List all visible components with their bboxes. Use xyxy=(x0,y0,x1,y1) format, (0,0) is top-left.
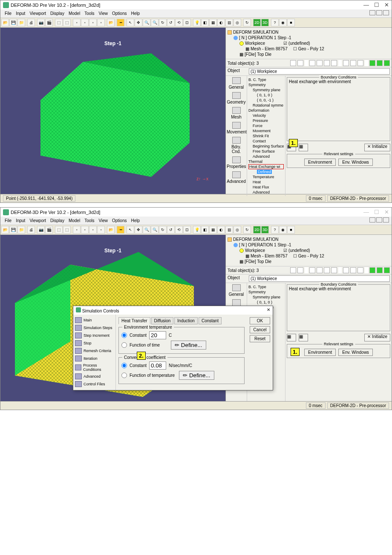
tb-render3-icon[interactable]: ◐ xyxy=(217,19,225,26)
tb-zoom-out-icon[interactable]: 🔍 xyxy=(151,19,159,26)
menu-options[interactable]: Options xyxy=(110,10,128,17)
tb-fit-icon[interactable]: ⊡ xyxy=(183,226,191,234)
mdi-minimize[interactable] xyxy=(369,217,375,223)
tb-stop-icon[interactable]: ■ xyxy=(287,226,295,234)
cat-general[interactable]: General xyxy=(227,284,246,297)
menu-view[interactable]: View xyxy=(97,217,110,224)
tb-rotate2-icon[interactable]: ↺ xyxy=(167,226,175,234)
tb-zoom-in-icon[interactable]: 🔍 xyxy=(143,226,150,234)
cat-movement[interactable]: Movement xyxy=(227,122,246,134)
tb-video-icon[interactable]: 🎬 xyxy=(45,226,53,234)
mdi-restore[interactable] xyxy=(376,217,382,223)
tb-view3-icon[interactable]: ▫ xyxy=(89,226,97,234)
bc-del-button[interactable]: ▦ xyxy=(299,144,308,151)
object-select[interactable]: (1) Workpiece xyxy=(249,275,390,282)
side-control-files[interactable]: Control Files xyxy=(75,380,114,388)
tb-zoom-in-icon[interactable]: 🔍 xyxy=(143,19,150,26)
conv-fot-radio[interactable] xyxy=(121,373,127,378)
tb-pan-icon[interactable]: ✥ xyxy=(135,19,142,26)
menu-viewport[interactable]: Viewport xyxy=(28,217,48,224)
bt4-icon[interactable] xyxy=(331,267,337,273)
cancel-button[interactable]: Cancel xyxy=(250,326,270,333)
side-step-inc[interactable]: Step Increment xyxy=(75,332,114,339)
zoom-icon[interactable] xyxy=(290,60,296,66)
menu-input[interactable]: Input xyxy=(14,10,27,17)
environment-button[interactable]: Environment xyxy=(304,349,336,356)
tb-print-icon[interactable]: 🖨 xyxy=(27,19,35,26)
tb-video-icon[interactable]: 🎬 xyxy=(45,19,53,26)
tab-heat-transfer[interactable]: Heat Transfer xyxy=(118,317,150,324)
menu-view[interactable]: View xyxy=(97,10,110,17)
tab-diffusion[interactable]: Diffusion xyxy=(151,317,174,324)
3d-viewport[interactable]: Step -1 z↑ →x xyxy=(0,28,225,194)
heat-exchange-node[interactable]: Heat Exchange wi xyxy=(248,164,284,169)
cat-general[interactable]: General xyxy=(227,77,246,90)
bt4-icon[interactable] xyxy=(331,60,337,66)
initialize-button[interactable]: ✕ Initialize xyxy=(364,334,390,341)
tb-help-icon[interactable]: ? xyxy=(271,19,279,26)
menu-display[interactable]: Display xyxy=(49,10,66,17)
tb-view2-icon[interactable]: ▫ xyxy=(81,226,89,234)
object-tree-2[interactable]: DEFORM SIMULATION [ N ] OPERATION 1 Step… xyxy=(226,235,392,266)
bt2-icon[interactable] xyxy=(317,267,323,273)
tb-open-icon[interactable]: 📂 xyxy=(1,19,9,26)
env-define-button[interactable]: ✏ Define... xyxy=(171,341,206,350)
bt2-icon[interactable] xyxy=(317,60,323,66)
tb-render4-icon[interactable]: ▥ xyxy=(225,226,233,234)
tb-render4-icon[interactable]: ▥ xyxy=(225,19,233,26)
side-advanced[interactable]: Advanced xyxy=(75,373,114,380)
zoom2-icon[interactable] xyxy=(297,60,303,66)
object-tree[interactable]: DEFORM SIMULATION [ N ] OPERATION 1 Step… xyxy=(226,28,392,59)
tb-open-icon[interactable]: 📂 xyxy=(1,226,9,234)
tb-render1-icon[interactable]: ◧ xyxy=(201,226,209,234)
tb-render2-icon[interactable]: ▦ xyxy=(209,226,217,234)
bt10-icon[interactable] xyxy=(384,267,390,273)
ok-button[interactable]: OK xyxy=(250,317,270,324)
minimize-button[interactable]: — xyxy=(363,2,369,8)
defined-node[interactable]: Defined xyxy=(257,170,272,174)
environment-button[interactable]: Environment xyxy=(304,159,336,166)
conv-value-input[interactable] xyxy=(149,361,166,370)
side-process[interactable]: Process Conditions xyxy=(75,362,114,373)
bt7-icon[interactable] xyxy=(357,60,363,66)
menu-help[interactable]: Help xyxy=(129,10,141,17)
bc-tree[interactable]: B. C. Type Symmetry Symmetry plane ( 0, … xyxy=(247,76,285,196)
tb-folder-icon[interactable]: 📂 xyxy=(107,226,115,234)
tab-induction[interactable]: Induction xyxy=(174,317,198,324)
tb-view2-icon[interactable]: ▫ xyxy=(81,19,89,26)
tb-view1-icon[interactable]: ▫ xyxy=(73,226,81,234)
tb-refresh-icon[interactable]: ↻ xyxy=(243,19,251,26)
side-sim-steps[interactable]: Simulation Steps xyxy=(75,324,114,332)
bt8-icon[interactable] xyxy=(369,60,375,66)
tb-render5-icon[interactable]: ◎ xyxy=(233,19,241,26)
tb-view4-icon[interactable]: ▫ xyxy=(97,19,105,26)
menu-file[interactable]: File xyxy=(3,217,13,224)
tb-tool1-icon[interactable]: ⬚ xyxy=(55,226,63,234)
bt8-icon[interactable] xyxy=(369,267,375,273)
bt3-icon[interactable] xyxy=(324,60,330,66)
bc-del-button[interactable]: ▦ xyxy=(299,334,308,341)
bt5-icon[interactable] xyxy=(343,267,349,273)
maximize-button[interactable]: ☐ xyxy=(374,209,379,215)
tb-fit-icon[interactable]: ⊡ xyxy=(183,19,191,26)
tb-3d-button[interactable]: 3D xyxy=(261,19,269,26)
tb-folder-icon[interactable]: 📂 xyxy=(107,19,115,26)
tb-camera-icon[interactable]: 📷 xyxy=(37,226,45,234)
tb-2d-button[interactable]: 2D xyxy=(253,19,261,26)
menu-options[interactable]: Options xyxy=(110,217,128,224)
tb-refresh-icon[interactable]: ↻ xyxy=(243,226,251,234)
tb-tool1-icon[interactable]: ⬚ xyxy=(55,19,63,26)
bt1-icon[interactable] xyxy=(309,267,315,273)
tb-view1-icon[interactable]: ▫ xyxy=(73,19,81,26)
mdi-restore[interactable] xyxy=(376,10,382,15)
bt5-icon[interactable] xyxy=(343,60,349,66)
menu-model[interactable]: Model xyxy=(67,217,82,224)
tb-rotate2-icon[interactable]: ↺ xyxy=(167,19,175,26)
tb-light-icon[interactable]: 💡 xyxy=(193,19,201,26)
env-windows-button[interactable]: Env. Windows xyxy=(338,349,373,356)
bt3-icon[interactable] xyxy=(324,267,330,273)
tb-measure-icon[interactable]: ━ xyxy=(117,19,124,26)
tb-measure-icon[interactable]: ━ xyxy=(117,226,124,234)
tb-tool2-icon[interactable]: ⬚ xyxy=(63,226,71,234)
tb-stop-icon[interactable]: ■ xyxy=(287,19,295,26)
